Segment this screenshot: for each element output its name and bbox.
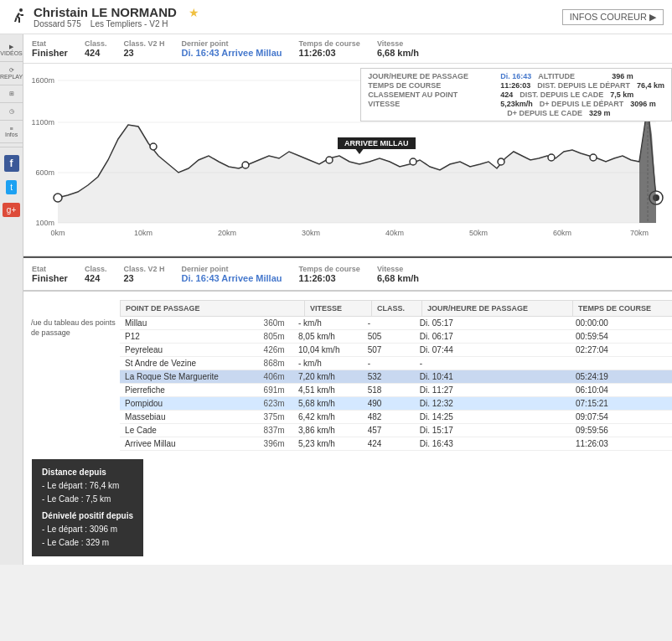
cell-jour: Di. 10:41: [415, 370, 571, 384]
sidebar-item-clock[interactable]: ◷: [0, 103, 23, 121]
bot-class-value: 424: [85, 273, 107, 283]
cell-temps: [571, 357, 672, 370]
table-row[interactable]: Millau 360m - km/h - Di. 05:17 00:00:00: [120, 317, 672, 330]
table-row[interactable]: Pierrefiche 691m 4,51 km/h 518 Di. 11:27…: [120, 384, 672, 397]
etat-value: Finisher: [32, 48, 68, 58]
tooltip-denivele-cade: - Le Cade : 329 m: [42, 536, 133, 550]
th-point: POINT DE PASSAGE: [121, 301, 305, 316]
svg-point-22: [410, 158, 416, 165]
svg-point-25: [590, 154, 597, 161]
dist-depart-value: 76,4 km: [637, 81, 664, 90]
cell-vitesse: 6,42 km/h: [293, 411, 363, 424]
bot-class-label: Class.: [85, 265, 107, 273]
th-temps: TEMPS DE COURSE: [573, 301, 672, 316]
cell-point: Millau: [120, 317, 259, 330]
bot-stat-etat: Etat Finisher: [32, 265, 68, 283]
cell-vitesse: 8,05 km/h: [293, 330, 363, 344]
sidebar-item-videos[interactable]: ▶ VIDÉOS: [0, 39, 23, 62]
cell-temps: 00:00:00: [571, 317, 672, 330]
cell-jour: Di. 12:32: [415, 397, 571, 411]
table-row[interactable]: Arrivee Millau 396m 5,23 km/h 424 Di. 16…: [120, 437, 672, 451]
bot-stat-vitesse: Vitesse 6,68 km/h: [377, 265, 419, 283]
tooltip-denivele-depart: - Le départ : 3096 m: [42, 523, 133, 536]
jour-label: JOUR/HEURE DE PASSAGE: [368, 72, 494, 80]
cell-vitesse: - km/h: [293, 317, 363, 330]
clock-icon: ◷: [9, 108, 14, 115]
cell-alt: 426m: [259, 344, 293, 357]
cell-class: 424: [363, 437, 415, 451]
vitesse-value: 6,68 km/h: [377, 48, 419, 58]
cell-alt: 623m: [259, 397, 293, 411]
layout: ▶ VIDÉOS ⟳ REPLAY ⊞ ◷ ≡ Infos f t: [0, 34, 672, 565]
dplus-cade-value: 329 m: [589, 109, 611, 117]
sidebar-label-videos: VIDÉOS: [0, 50, 22, 56]
stat-dernier-point: Dernier point Di. 16:43 Arrivee Millau: [181, 39, 282, 58]
tooltip-box: Distance depuis - Le départ : 76,4 km - …: [28, 455, 672, 556]
bot-dernier-label: Dernier point: [181, 265, 282, 273]
temps-cours-label: TEMPS DE COURSE: [368, 81, 494, 90]
cell-vitesse: 7,20 km/h: [293, 370, 363, 384]
bot-stat-class: Class. 424: [85, 265, 107, 283]
table-row[interactable]: Le Cade 837m 3,86 km/h 457 Di. 15:17 09:…: [120, 424, 672, 437]
infos-coureur-button[interactable]: INFOS COUREUR ▶: [562, 9, 664, 25]
cell-alt: 396m: [259, 437, 293, 451]
classement-label: CLASSEMENT AU POINT: [368, 90, 494, 99]
svg-text:0km: 0km: [51, 229, 65, 237]
table-row[interactable]: Massebiau 375m 6,42 km/h 482 Di. 14:25 0…: [120, 411, 672, 424]
content: Etat Finisher Class. 424 Class. V2 H 23 …: [23, 34, 672, 565]
sidebar-item-facebook[interactable]: f: [0, 151, 23, 176]
table-row[interactable]: P12 805m 8,05 km/h 505 Di. 06:17 00:59:5…: [120, 330, 672, 344]
sidebar-item-twitter[interactable]: t: [0, 176, 23, 199]
vitesse-info-value: 5,23km/h: [500, 100, 533, 108]
grid-icon: ⊞: [9, 90, 14, 97]
chart-info-panel: JOUR/HEURE DE PASSAGE Di. 16:43 ALTITUDE…: [360, 68, 672, 121]
cell-class: 482: [363, 411, 415, 424]
svg-text:100m: 100m: [36, 219, 55, 227]
cell-temps: 09:59:56: [571, 424, 672, 437]
cell-point: La Roque Ste Marguerite: [120, 370, 259, 384]
table-row[interactable]: St Andre de Vezine 868m - km/h - -: [120, 357, 672, 370]
cell-temps: 05:24:19: [571, 370, 672, 384]
svg-point-21: [326, 157, 333, 163]
table-side-label: /ue du tableau des points de passage: [28, 317, 120, 451]
cell-temps: 11:26:03: [571, 437, 672, 451]
table-row[interactable]: Pompidou 623m 5,68 km/h 490 Di. 12:32 07…: [120, 397, 672, 411]
bot-vitesse-value: 6,68 km/h: [377, 273, 419, 283]
cell-point: Pierrefiche: [120, 384, 259, 397]
sidebar-item-grid[interactable]: ⊞: [0, 85, 23, 103]
cell-jour: Di. 16:43: [415, 437, 571, 451]
sidebar-item-infos[interactable]: ≡ Infos: [0, 121, 23, 143]
distance-tooltip: Distance depuis - Le départ : 76,4 km - …: [32, 459, 143, 556]
table-label-text: /ue du tableau des points de passage: [31, 318, 116, 337]
googleplus-icon: g+: [3, 203, 20, 217]
bot-etat-label: Etat: [32, 265, 68, 273]
stat-class: Class. 424: [85, 39, 107, 58]
svg-text:70km: 70km: [630, 229, 649, 237]
table-body-wrap: /ue du tableau des points de passage Mil…: [28, 317, 672, 451]
star-icon[interactable]: ★: [189, 6, 199, 19]
cell-jour: Di. 05:17: [415, 317, 571, 330]
bot-class-v2h-value: 23: [123, 273, 164, 283]
cell-class: 532: [363, 370, 415, 384]
svg-point-18: [54, 194, 62, 202]
bot-dernier-value: Di. 16:43 Arrivee Millau: [181, 273, 282, 283]
svg-point-20: [242, 162, 249, 168]
sidebar-label-infos: Infos: [5, 132, 18, 137]
class-label: Class.: [85, 39, 107, 48]
dplus-depart-label: D+ DEPUIS LE DÉPART: [540, 100, 624, 108]
sidebar-item-replay[interactable]: ⟳ REPLAY: [0, 62, 23, 85]
cell-jour: Di. 07:44: [415, 344, 571, 357]
cell-temps: 09:07:54: [571, 411, 672, 424]
cell-vitesse: 4,51 km/h: [293, 384, 363, 397]
altitude-label: ALTITUDE: [538, 72, 605, 80]
bot-vitesse-label: Vitesse: [377, 265, 419, 273]
table-row[interactable]: La Roque Ste Marguerite 406m 7,20 km/h 5…: [120, 370, 672, 384]
cell-alt: 805m: [259, 330, 293, 344]
cell-jour: Di. 15:17: [415, 424, 571, 437]
table-row[interactable]: Peyreleau 426m 10,04 km/h 507 Di. 07:44 …: [120, 344, 672, 357]
svg-text:60km: 60km: [553, 229, 571, 237]
cell-temps: 00:59:54: [571, 330, 672, 344]
sidebar-item-googleplus[interactable]: g+: [0, 199, 23, 221]
arrival-label: ARRIVEE MILLAU: [338, 137, 416, 149]
list-icon: ≡: [10, 126, 13, 132]
